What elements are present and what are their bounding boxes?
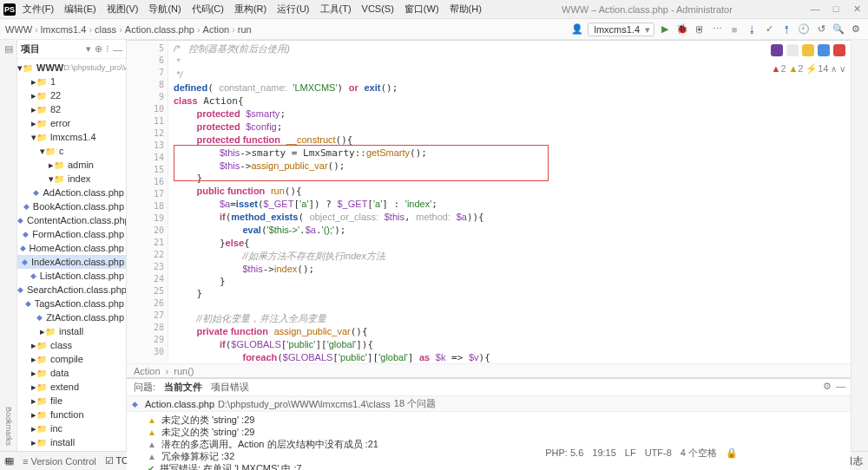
user-icon[interactable]: 👤 [570, 23, 584, 36]
tree-item[interactable]: ▸ 📁22 [17, 88, 126, 102]
tree-item[interactable]: ▾ 📁lmxcms1.4 [17, 130, 126, 144]
reader-mode-icon[interactable] [786, 44, 799, 56]
menu-item[interactable]: 重构(R) [229, 2, 272, 16]
tree-item[interactable]: ◆BookAction.class.php [17, 199, 126, 213]
search-icon[interactable]: 🔍 [832, 23, 845, 36]
problems-tab-current[interactable]: 当前文件 [164, 381, 202, 394]
tree-item[interactable]: ▸ 📁82 [17, 102, 126, 116]
tree-item[interactable]: ▸ 📁extend [17, 380, 126, 394]
tree-root[interactable]: ▾ 📁WWW D:\phpstudy_pro\WWW [17, 61, 126, 75]
problems-settings-icon[interactable]: ⚙ [823, 381, 832, 392]
problem-item[interactable]: ▲未定义的类 'string' :29 [127, 414, 851, 426]
breadcrumb-item[interactable]: class [95, 24, 116, 35]
tree-item[interactable]: ▸ 📁data [17, 366, 126, 380]
tree-item[interactable]: ◆TagsAction.class.php [17, 297, 126, 310]
breadcrumb-item[interactable]: run [238, 24, 252, 35]
inspection-summary[interactable]: ▲2 ▲2 ⚡14 ∧ ∨ [772, 63, 845, 75]
menu-item[interactable]: 文件(F) [17, 2, 59, 16]
menu-item[interactable]: 工具(T) [315, 2, 357, 16]
tree-item[interactable]: ▸ 📁class [17, 338, 126, 352]
problem-item[interactable]: ▲冗余修算标记 :32 [127, 450, 851, 462]
menu-item[interactable]: 视图(V) [102, 2, 144, 16]
problems-count: 18 个问题 [394, 397, 436, 410]
menu-item[interactable]: 导航(N) [143, 2, 186, 16]
panel-menu-icon[interactable]: ▾ [86, 43, 91, 55]
problems-hide-icon[interactable]: — [836, 381, 845, 391]
breadcrumb-item[interactable]: lmxcms1.4 [41, 24, 87, 35]
tree-item[interactable]: ▸ 📁function [17, 408, 126, 421]
tree-item[interactable]: ◆SearchAction.class.php [17, 283, 126, 297]
menu-item[interactable]: 编辑(E) [59, 2, 102, 16]
menu-item[interactable]: 代码(C) [187, 2, 229, 16]
tree-item[interactable]: ◆ListAction.class.php [17, 269, 126, 283]
problems-file-name: Action.class.php [145, 399, 214, 409]
status-caret[interactable]: 19:15 [592, 447, 616, 458]
tree-item[interactable]: ▸ 📁error [17, 116, 126, 130]
coverage-button[interactable]: ⛨ [693, 23, 707, 36]
tree-item[interactable]: ▸ 📁install [17, 435, 126, 449]
toolbar: WWW›lmxcms1.4›class›Action.class.php›Act… [0, 19, 868, 40]
tree-item[interactable]: ▾ 📁c [17, 144, 126, 158]
status-vcs[interactable]: ≡ Version Control [23, 456, 96, 467]
tree-item[interactable]: ▾ 📁index [17, 172, 126, 186]
problems-panel: 问题: 当前文件 项目错误 ⚙ — ◆ Action.class.php D:\… [127, 379, 851, 470]
tree-item[interactable]: ▸ 📁install [17, 324, 126, 338]
more-run-icon[interactable]: ⋯ [710, 23, 724, 36]
close-button[interactable]: ✕ [849, 3, 865, 15]
tree-item[interactable]: ◆FormAction.class.php [17, 227, 126, 241]
git-pull-icon[interactable]: ⭳ [745, 23, 759, 36]
run-config-dropdown[interactable]: lmxcms1.4 [588, 23, 654, 36]
tree-item[interactable]: ◆ZtAction.class.php [17, 310, 126, 324]
status-indent[interactable]: 4 个空格 [681, 447, 717, 460]
menu-item[interactable]: VCS(S) [357, 2, 399, 16]
status-php[interactable]: PHP: 5.6 [545, 447, 583, 458]
tree-item[interactable]: ▸ 📁compile [17, 352, 126, 366]
status-encoding[interactable]: UTF-8 [645, 447, 672, 458]
minimize-button[interactable]: — [807, 3, 823, 15]
tree-item[interactable]: ▸ 📁file [17, 394, 126, 408]
tree-item[interactable]: ▸ 📁m [17, 449, 126, 451]
project-panel: 项目 ▾ ⊕ ⁝ — ▾ 📁WWW D:\phpstudy_pro\WWW▸ 📁… [17, 40, 127, 451]
tree-item[interactable]: ▸ 📁1 [17, 75, 126, 88]
tree-item[interactable]: ▸ 📁inc [17, 421, 126, 435]
debug-button[interactable]: 🐞 [675, 23, 689, 36]
history-icon[interactable]: 🕘 [797, 23, 811, 36]
stop-button[interactable]: ■ [727, 23, 741, 36]
status-tools-icon[interactable]: ▤ [5, 455, 14, 467]
breadcrumb-item[interactable]: WWW [5, 24, 32, 35]
tree-item[interactable]: ▸ 📁admin [17, 158, 126, 172]
breadcrumb-item[interactable]: Action [203, 24, 230, 35]
problems-tab-project[interactable]: 项目错误 [211, 381, 249, 394]
editor-breadcrumb[interactable]: Action › run() [127, 363, 851, 377]
settings-icon[interactable]: ⚙ [849, 23, 863, 36]
panel-hide-icon[interactable]: — [113, 44, 122, 55]
run-button[interactable]: ▶ [658, 23, 672, 36]
menu-item[interactable]: 窗口(W) [399, 2, 444, 16]
tree-item[interactable]: ◆HomeAction.class.php [17, 241, 126, 255]
php-file-icon: ◆ [132, 400, 138, 408]
project-tool-icon[interactable]: ▤ [4, 43, 13, 55]
rollback-icon[interactable]: ↺ [814, 23, 828, 36]
problem-item[interactable]: ✔拼写错误: 在单词 'LMXCMS' 中 :7 [127, 462, 851, 470]
maximize-button[interactable]: □ [828, 3, 844, 15]
problem-item[interactable]: ▲未定义的类 'string' :29 [127, 426, 851, 438]
browser-firefox-icon[interactable] [818, 44, 830, 56]
panel-settings-icon[interactable]: ⁝ [106, 43, 109, 55]
code-editor[interactable]: 5678910111213141516171819202122232425262… [127, 41, 851, 377]
menu-item[interactable]: 运行(U) [272, 2, 314, 16]
tree-item[interactable]: ◆ContentAction.class.php [17, 213, 126, 227]
php-icon[interactable] [771, 44, 783, 56]
tree-item[interactable]: ◆AdAction.class.php [17, 186, 126, 199]
git-commit-icon[interactable]: ✓ [762, 23, 776, 36]
browser-opera-icon[interactable] [833, 44, 845, 56]
tree-item[interactable]: ◆IndexAction.class.php [17, 255, 126, 269]
browser-chrome-icon[interactable] [802, 44, 814, 56]
status-le[interactable]: LF [625, 447, 636, 458]
status-lock-icon[interactable]: 🔒 [726, 447, 738, 459]
git-push-icon[interactable]: ⭱ [779, 23, 793, 36]
problem-item[interactable]: ▲潜在的多态调用。Action 的层次结构中没有成员 :21 [127, 438, 851, 450]
breadcrumb-item[interactable]: Action.class.php [125, 24, 194, 35]
panel-locate-icon[interactable]: ⊕ [95, 43, 102, 55]
menu-item[interactable]: 帮助(H) [444, 2, 487, 16]
bookmarks-tool-icon[interactable]: Bookmarks [4, 407, 13, 446]
